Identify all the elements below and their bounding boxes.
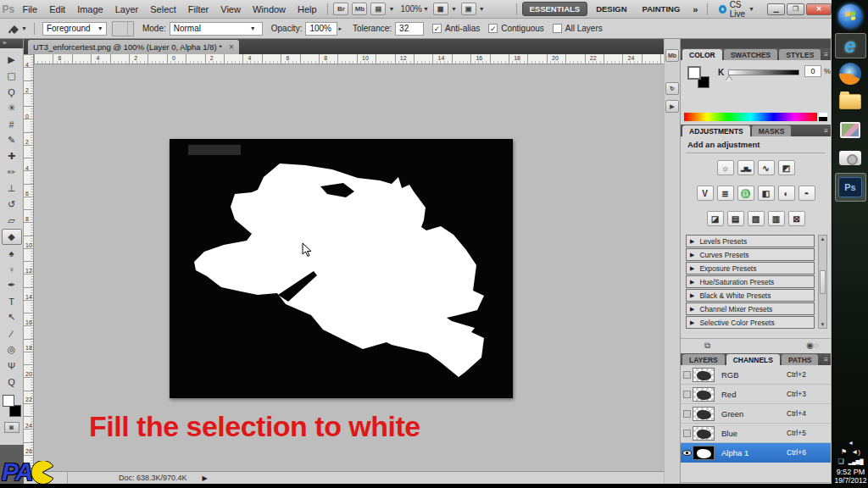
menu-filter[interactable]: Filter (182, 1, 214, 18)
clip-to-layer-button[interactable]: ◉◌ (806, 341, 819, 350)
tool-clone-stamp[interactable]: ⊥ (2, 180, 22, 197)
visibility-eye-icon[interactable] (681, 450, 693, 456)
start-button[interactable] (838, 4, 862, 28)
workspace-overflow-button[interactable]: » (693, 4, 698, 14)
preset-selective-color-presets[interactable]: ▶Selective Color Presets (686, 316, 815, 329)
taskbar-photo-gallery[interactable] (835, 117, 866, 142)
tool-pen[interactable]: ✒ (2, 277, 22, 293)
expand-triangle-icon[interactable]: ▶ (690, 306, 694, 313)
channel-row-blue[interactable]: BlueCtrl+5 (681, 424, 831, 443)
channel-thumbnail[interactable] (693, 368, 715, 382)
tool-rotate-view[interactable]: ◎ (2, 341, 22, 358)
preset-levels-presets[interactable]: ▶Levels Presets (686, 235, 815, 247)
checkbox-anti-alias[interactable]: ✓Anti-alias (432, 24, 480, 33)
mini-bridge-panel-icon[interactable]: Mb (665, 49, 679, 62)
expand-triangle-icon[interactable]: ▶ (690, 238, 694, 245)
expand-triangle-icon[interactable]: ▶ (690, 252, 694, 258)
adjustment-exposure-icon[interactable]: ◩ (778, 160, 795, 175)
network-icon[interactable]: ▂▄▆█ (849, 458, 864, 464)
chevron-down-icon[interactable]: ▼ (388, 6, 394, 12)
adjustment-brightness-contrast-icon[interactable]: ☼ (717, 160, 734, 175)
preset-exposure-presets[interactable]: ▶Exposure Presets (686, 262, 815, 274)
minimize-button[interactable]: ▁ (767, 3, 785, 15)
dock-collapse-button[interactable]: » (0, 39, 23, 48)
tool-rectangular-marquee[interactable]: ▢ (2, 68, 22, 84)
visibility-toggle[interactable] (681, 371, 693, 379)
menu-image[interactable]: Image (71, 1, 109, 18)
tool-paint-bucket[interactable]: ◆ (2, 229, 22, 245)
menu-help[interactable]: Help (292, 1, 323, 18)
tab-adj-masks[interactable]: MASKS (752, 125, 792, 136)
tool-zoom[interactable]: Q (2, 374, 22, 390)
menu-file[interactable]: File (16, 1, 43, 18)
tab-adj-adjustments[interactable]: ADJUSTMENTS (682, 125, 750, 136)
fill-source-dropdown[interactable]: Foreground▼ (42, 22, 107, 36)
expand-triangle-icon[interactable]: ▶ (690, 279, 694, 286)
tool-line[interactable]: ∕ (2, 325, 22, 341)
restore-button[interactable]: ❐ (787, 3, 804, 15)
screen-mode-icon[interactable]: ▣ (461, 3, 476, 15)
tab-color-color[interactable]: COLOR (682, 49, 722, 60)
clock-time[interactable]: 9:52 PM (832, 468, 868, 476)
background-color-swatch[interactable] (9, 405, 21, 417)
zoom-level-field[interactable]: 100% (400, 4, 422, 14)
tool-hand[interactable]: Ψ (2, 358, 22, 374)
channel-row-alpha-1[interactable]: Alpha 1Ctrl+6 (681, 443, 831, 463)
menu-edit[interactable]: Edit (43, 1, 71, 18)
tool-path-selection[interactable]: ↖ (2, 309, 22, 325)
chevron-down-icon[interactable]: ▼ (451, 6, 457, 12)
tool-dodge[interactable]: ♀ (2, 261, 22, 277)
menu-view[interactable]: View (214, 1, 247, 18)
opacity-slider-button[interactable]: ▸ (338, 25, 342, 32)
tool-eraser[interactable]: ▱ (2, 213, 22, 229)
channel-thumbnail[interactable] (693, 387, 715, 402)
k-slider-marker[interactable] (726, 76, 732, 81)
channel-row-green[interactable]: GreenCtrl+4 (681, 404, 831, 424)
adjustment-posterize-icon[interactable]: ▤ (727, 211, 744, 226)
canvas-area[interactable]: Fill the selection to white 642024681012… (24, 54, 664, 471)
close-button[interactable]: ✕ (806, 3, 832, 15)
checkbox-contiguous[interactable]: ✓Contiguous (488, 24, 544, 33)
expand-triangle-icon[interactable]: ▶ (690, 265, 694, 272)
launch-bridge-button[interactable]: Br (333, 3, 348, 15)
tool-quick-selection[interactable]: ✳ (2, 100, 22, 116)
tool-spot-healing-brush[interactable]: ✚ (2, 148, 22, 164)
taskbar-firefox[interactable] (835, 61, 866, 86)
channel-row-rgb[interactable]: RGBCtrl+2 (681, 365, 831, 385)
chevron-down-icon[interactable]: ▼ (479, 6, 485, 12)
tolerance-field[interactable]: 32 (395, 22, 424, 36)
adjustment-gradient-map-icon[interactable]: ▥ (768, 211, 785, 226)
expand-triangle-icon[interactable]: ▶ (690, 319, 694, 326)
color-spectrum-ramp[interactable] (684, 113, 817, 121)
tool-move[interactable]: ▶ (2, 52, 22, 68)
menu-layer[interactable]: Layer (109, 1, 145, 18)
adjustment-threshold-icon[interactable]: ▧ (748, 211, 765, 226)
history-panel-icon[interactable]: ↻ (665, 82, 679, 95)
panel-menu-icon[interactable]: ≡ (824, 127, 828, 135)
tab-ch-layers[interactable]: LAYERS (682, 354, 725, 365)
power-icon[interactable]: ❏ (838, 458, 844, 465)
k-value-field[interactable]: 0 (804, 65, 821, 77)
tool-lasso[interactable]: Ϙ (2, 84, 22, 100)
channel-row-red[interactable]: RedCtrl+3 (681, 385, 831, 404)
workspace-painting[interactable]: PAINTING (636, 3, 687, 15)
adjustment-hue-saturation-icon[interactable]: ≣ (717, 186, 734, 201)
menu-window[interactable]: Window (247, 1, 292, 18)
adjustment-curves-icon[interactable]: ∿ (758, 160, 775, 175)
preset-curves-presets[interactable]: ▶Curves Presets (686, 248, 815, 261)
adjustment-photo-filter-icon[interactable]: ◐ (778, 186, 795, 201)
workspace-essentials[interactable]: ESSENTIALS (522, 2, 588, 16)
close-tab-icon[interactable]: × (229, 42, 234, 52)
expand-triangle-icon[interactable]: ▶ (690, 292, 694, 299)
preset-hue-saturation-presets[interactable]: ▶Hue/Saturation Presets (686, 275, 815, 288)
mode-dropdown[interactable]: Normal▼ (170, 22, 263, 36)
channel-thumbnail[interactable] (693, 446, 715, 460)
hidden-icons-button[interactable]: ◂ (849, 439, 852, 446)
volume-icon[interactable]: ◄) (851, 448, 860, 456)
adjustment-vibrance-icon[interactable]: V (697, 186, 714, 201)
opacity-field[interactable]: 100% (305, 22, 337, 36)
tool-preset-picker[interactable]: ▼ (7, 23, 30, 35)
tool-eyedropper[interactable]: ✎ (2, 132, 22, 148)
expanded-view-button[interactable]: ⧉ (704, 341, 710, 351)
view-extras-icon[interactable]: ▤ (370, 3, 386, 15)
